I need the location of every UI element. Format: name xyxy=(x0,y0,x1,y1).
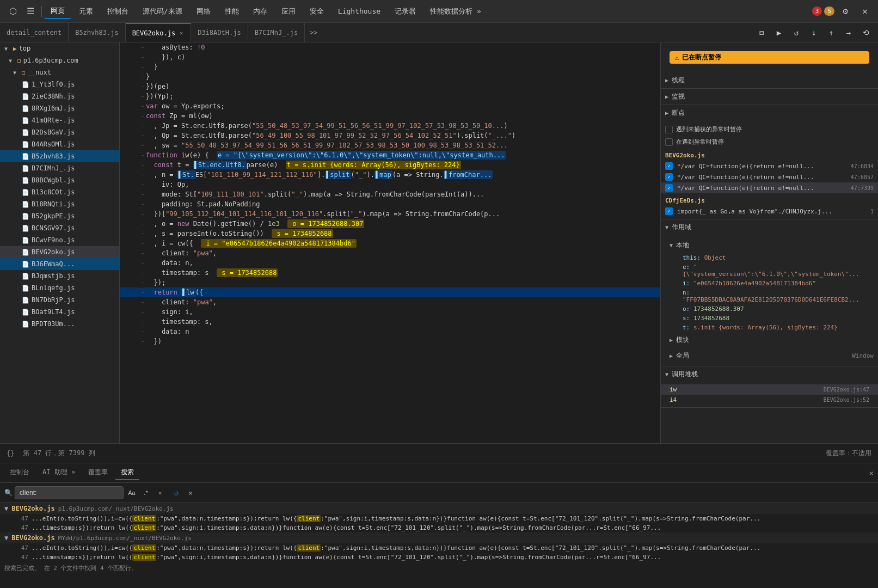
tree-item-bjqmstjb[interactable]: 📄 BJqmstjb.js xyxy=(0,270,119,282)
tree-item-file-2[interactable]: 📄 8RXgI6mJ.js xyxy=(0,102,119,114)
result-group-1[interactable]: ▼ BEVG2oko.js p1.6p3ucmp.com/_nuxt/BEVG2… xyxy=(0,503,878,532)
callstack-header[interactable]: ▼ 调用堆栈 xyxy=(661,366,878,382)
global-scope-header[interactable]: ▶ 全局 Window xyxy=(661,348,878,364)
format-btn[interactable]: ⊟ xyxy=(754,25,769,40)
tree-item-bpdt03[interactable]: 📄 BPDT03Um... xyxy=(0,318,119,330)
result-line-2-2[interactable]: 47 ...timestamp:s});return lw({client:"p… xyxy=(0,553,878,562)
tree-item-boat9[interactable]: 📄 BOat9LT4.js xyxy=(0,306,119,318)
watch-header[interactable]: ▶ 监视 xyxy=(661,89,878,105)
nav-lighthouse[interactable]: Lighthouse xyxy=(331,5,387,17)
tree-item-nuxt[interactable]: ▼ ◻ __nuxt xyxy=(0,66,119,78)
devtools-icon[interactable]: ⬡ xyxy=(4,3,22,20)
exception-checkbox-2[interactable]: 在遇到异常时暂停 xyxy=(661,136,878,148)
breakpoint-item-1[interactable]: ✓ */var QC=function(e){return e!=null...… xyxy=(661,161,878,171)
search-close-btn[interactable]: × xyxy=(869,469,874,477)
expand-arrow-icon: ▼ xyxy=(4,505,8,512)
tree-item-file-5[interactable]: 📄 B4ARsOMl.js xyxy=(0,138,119,150)
tab-close-icon[interactable]: ✕ xyxy=(179,29,184,37)
breakpoints-header[interactable]: ▶ 断点 xyxy=(661,105,878,121)
tree-item-file-3[interactable]: 📄 41mQRte-.js xyxy=(0,114,119,126)
tab-search[interactable]: 搜索 xyxy=(115,465,139,480)
tree-item-domain[interactable]: ▼ ◻ p1.6p3ucmp.com xyxy=(0,54,119,66)
callstack-item-iw[interactable]: iw BEVG2oko.js:47 xyxy=(661,384,878,395)
tree-item-file-11[interactable]: 📄 B52gkpPE.js xyxy=(0,210,119,222)
tab-ai[interactable]: AI 助理 » xyxy=(37,465,81,480)
nav-performance[interactable]: 性能 xyxy=(218,4,245,19)
tab-detail-content[interactable]: detail_content xyxy=(0,23,69,42)
threads-header[interactable]: ▶ 线程 xyxy=(661,72,878,88)
settings-icon[interactable]: ⚙ xyxy=(837,3,854,20)
nav-performance-insights[interactable]: 性能数据分析 » xyxy=(423,4,488,19)
close-icon[interactable]: ✕ xyxy=(856,3,874,20)
nav-webpage[interactable]: 网页 xyxy=(44,4,71,19)
nav-console[interactable]: 控制台 xyxy=(101,4,135,19)
tab-bevg2oko[interactable]: BEVG2oko.js ✕ xyxy=(126,23,192,42)
search-input[interactable] xyxy=(15,486,124,499)
result-line-1-1[interactable]: 47 ...eInt(o.toString()),i=cw({client:"p… xyxy=(0,514,878,523)
result-group-2[interactable]: ▼ BEVG2oko.js MYdd/p1.6p3ucmp.com/_nuxt/… xyxy=(0,532,878,562)
tree-item-file-4[interactable]: 📄 B2DsBGaV.js xyxy=(0,126,119,138)
step-over-btn[interactable]: ↺ xyxy=(789,25,804,40)
regex-btn[interactable]: .* xyxy=(140,487,152,499)
local-scope-header[interactable]: ▼ 本地 xyxy=(661,237,878,253)
callstack-item-i4[interactable]: i4 BEVG2oko.js:52 xyxy=(661,395,878,405)
nav-sources[interactable]: 源代码/来源 xyxy=(136,4,189,19)
nav-recorder[interactable]: 记录器 xyxy=(388,4,422,19)
exception-checkbox-1[interactable]: 遇到未捕获的异常时暂停 xyxy=(661,123,878,136)
tree-item-bevg2oko[interactable]: 📄 BEVG2oko.js xyxy=(0,246,119,258)
nav-elements[interactable]: 元素 xyxy=(72,4,100,19)
refresh-search-btn[interactable]: ↺ xyxy=(170,487,182,499)
code-line: - }); xyxy=(120,278,660,287)
tree-item-file-10[interactable]: 📄 B18RNQti.js xyxy=(0,198,119,210)
line-text: ...timestamp:s});return lw({client:"pwa"… xyxy=(32,524,661,531)
tree-item-file-9[interactable]: 📄 B13c8COt.js xyxy=(0,186,119,198)
tree-item-file-12[interactable]: 📄 BCNSGV97.js xyxy=(0,222,119,234)
tree-item-file-0[interactable]: 📄 1_Yt3lf0.js xyxy=(0,78,119,90)
match-case-btn[interactable]: Aa xyxy=(126,487,138,499)
tree-item-blnlqefg[interactable]: 📄 BLnlqefg.js xyxy=(0,282,119,294)
breakpoint-item-2[interactable]: ✓ */var QC=function(e){return e!=null...… xyxy=(661,171,878,182)
result-file-header-1[interactable]: ▼ BEVG2oko.js p1.6p3ucmp.com/_nuxt/BEVG2… xyxy=(0,503,878,514)
result-filename: BEVG2oko.js xyxy=(11,505,54,512)
step-out-btn[interactable]: ↑ xyxy=(824,25,839,40)
tab-b5zhvh83[interactable]: B5zhvh83.js xyxy=(69,23,125,42)
tree-label: B13c8COt.js xyxy=(32,188,75,196)
scope-header[interactable]: ▼ 作用域 xyxy=(661,219,878,235)
result-line-2-1[interactable]: 47 ...eInt(o.toString()),i=cw({client:"p… xyxy=(0,543,878,553)
code-line: - client: "pwa", xyxy=(120,248,660,258)
result-file-header-2[interactable]: ▼ BEVG2oko.js MYdd/p1.6p3ucmp.com/_nuxt/… xyxy=(0,532,878,543)
file-icon: 📄 xyxy=(22,165,29,172)
breakpoint-item-active[interactable]: ✓ */var QC=function(e){return e!=null...… xyxy=(661,182,878,193)
tree-item-bj6ewmaq[interactable]: 📄 BJ6EWmaQ... xyxy=(0,258,119,270)
csi-name: i4 xyxy=(670,396,677,403)
resume-btn[interactable]: ▶ xyxy=(771,25,787,40)
tree-item-file-7[interactable]: 📄 B7CIMnJ_.js xyxy=(0,162,119,174)
nav-application[interactable]: 应用 xyxy=(275,4,302,19)
result-filepath: p1.6p3ucmp.com/_nuxt/BEVG2oko.js xyxy=(58,505,174,512)
elements-icon[interactable]: ☰ xyxy=(22,3,39,20)
deactivate-btn[interactable]: ⟲ xyxy=(858,25,874,40)
tab-d3i8adth[interactable]: D3i8ADtH.js xyxy=(191,23,248,42)
tree-item-file-8[interactable]: 📄 B8BCWgbl.js xyxy=(0,174,119,186)
module-scope-header[interactable]: ▶ 模块 xyxy=(661,332,878,348)
tree-item-bn7dbr[interactable]: 📄 BN7DbRjP.js xyxy=(0,294,119,306)
tab-b7cimnj[interactable]: B7CIMnJ_.js xyxy=(248,23,305,42)
nav-security[interactable]: 安全 xyxy=(303,4,330,19)
step-btn[interactable]: → xyxy=(841,25,856,40)
close-search-btn[interactable]: ✕ xyxy=(185,487,197,499)
tree-item-top[interactable]: ▼ ▶ top xyxy=(0,42,119,54)
result-line-1-2[interactable]: 47 ...timestamp:s});return lw({client:"p… xyxy=(0,523,878,532)
tree-item-file-1[interactable]: 📄 2ieC38Nh.js xyxy=(0,90,119,102)
code-line: - , o = new Date().getTime() / 1e3 o = 1… xyxy=(120,219,660,229)
breakpoint-item-cdfj[interactable]: ✓ import{_ as Go,a as Vo}from"./CHNJOyzx… xyxy=(661,206,878,217)
nav-network[interactable]: 网络 xyxy=(190,4,217,19)
tree-item-b5zhvh83[interactable]: 📄 B5zhvh83.js xyxy=(0,150,119,162)
step-into-btn[interactable]: ↓ xyxy=(806,25,821,40)
code-editor[interactable]: - asBytes: !0 - }), c) - } - } - xyxy=(120,42,660,443)
clear-search-btn[interactable]: ✕ xyxy=(154,487,166,499)
more-tabs-btn[interactable]: >> xyxy=(305,23,322,42)
tab-console[interactable]: 控制台 xyxy=(4,465,35,480)
tab-coverage[interactable]: 覆盖率 xyxy=(83,465,113,480)
nav-memory[interactable]: 内存 xyxy=(247,4,274,19)
tree-item-file-13[interactable]: 📄 BCwvF9no.js xyxy=(0,234,119,246)
